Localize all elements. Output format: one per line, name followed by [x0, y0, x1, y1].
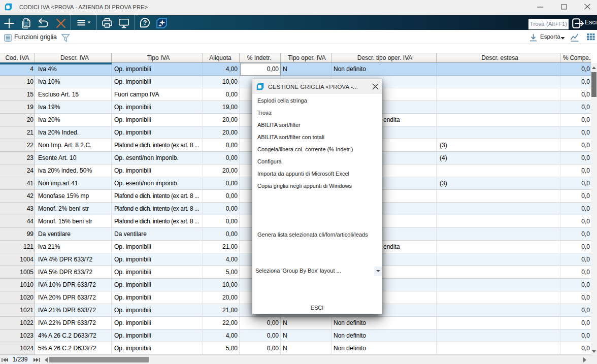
svg-text:?: ? [143, 19, 147, 26]
